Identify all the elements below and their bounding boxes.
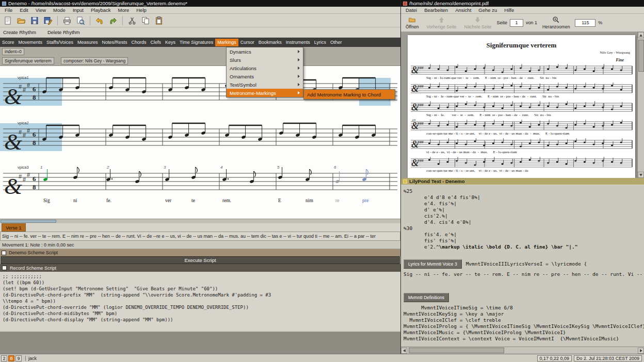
verse-lyrics-field[interactable]: Sig -- ni -- fe. ver -- te -- rem. E -- … [0, 232, 400, 241]
lyric-syllable: ni [73, 198, 77, 203]
denemo-titlebar[interactable]: Denemo - /home/nils/wacost-svn/denemo/20… [0, 0, 400, 7]
menubar-item[interactable]: More [115, 7, 133, 13]
measure-number: 2 [107, 165, 109, 170]
menubar-item[interactable]: File [1, 7, 16, 13]
record-checkbox[interactable] [2, 266, 7, 270]
scroll-up-button[interactable] [638, 32, 644, 38]
record-label: Record Scheme Script [10, 266, 56, 271]
menubar-item[interactable]: View [32, 7, 50, 13]
script-line: (d-DirectivePut-chord-override "MM" (log… [3, 304, 398, 310]
scheme-script-editor[interactable]: ;; ;;;;;;;;;;;(let ((bpm 60))(set! bpm (… [0, 272, 400, 332]
delete-rhythm-button[interactable]: Delete Rhythm [47, 29, 80, 35]
svg-text:#: # [23, 176, 26, 183]
indent-directive[interactable]: indent=0 [2, 48, 24, 55]
main-menu-item[interactable]: Chords [129, 39, 148, 46]
main-menu-item[interactable]: Keys [163, 39, 178, 46]
save-as-icon[interactable] [42, 15, 54, 26]
voice-label[interactable]: vpica1 [18, 75, 29, 80]
scrollbar-thumb[interactable] [638, 40, 644, 72]
menubar-item[interactable]: Mode [50, 7, 69, 13]
redo-icon[interactable] [107, 15, 119, 26]
score-title-tag[interactable]: Signiferumque verterem [2, 57, 54, 64]
pdf-vertical-scrollbar[interactable] [637, 32, 644, 178]
pdf-view[interactable]: Signiferumque verterem Nils Gey - Wargsa… [401, 32, 644, 178]
zoom-level-input[interactable]: 115 [575, 19, 595, 27]
voice-label[interactable]: vpica3 [18, 165, 29, 170]
main-menu-item[interactable]: Clefs [148, 39, 163, 46]
open-button[interactable]: Öffnen [403, 14, 421, 31]
main-menu-item[interactable]: Instruments [284, 39, 312, 46]
scroll-down-button[interactable] [638, 172, 644, 178]
markings-menu-item[interactable]: Ornaments [227, 72, 303, 80]
previous-page-button[interactable]: Vorherige Seite [424, 14, 459, 31]
main-menu-item[interactable]: Measures [75, 39, 100, 46]
main-menu-item[interactable]: Time Signatures [178, 39, 215, 46]
lilypond-text-view[interactable]: %25 e'4 d'8 e'4 fis'8%| e'4. fis'%| d' e… [401, 185, 644, 347]
main-menu-item[interactable]: Other [328, 39, 344, 46]
system-lyrics: con-se-qun-tur me - li - o - re-ant, vi … [410, 169, 633, 173]
menubar-item[interactable]: Help [133, 7, 150, 13]
lilypond-horizontal-scrollbar[interactable] [401, 347, 644, 354]
menubar-item[interactable]: Bearbeiten [421, 7, 452, 13]
lilypond-titlebar[interactable]: LilyPond Text - Denemo [401, 178, 644, 185]
denemo-window: Denemo - /home/nils/wacost-svn/denemo/20… [0, 0, 400, 354]
markings-menu-item[interactable]: Articulations [227, 64, 303, 72]
paste-icon[interactable] [153, 15, 165, 26]
zoom-in-button[interactable]: Heranzoomen [540, 14, 572, 31]
undo-icon[interactable] [93, 15, 106, 26]
menubar-item[interactable]: Ansicht [452, 7, 475, 13]
system-staff: &### [410, 138, 633, 150]
cut-icon[interactable] [126, 15, 138, 26]
composer-tag[interactable]: composer: Nils Gey - Wargsang [61, 57, 128, 64]
markings-menu-item[interactable]: Metronome-Markings [227, 89, 303, 97]
execute-script-button[interactable]: Execute Script [1, 256, 400, 264]
pdf-composer: Nils Gey - Wargsang [408, 51, 630, 55]
definitions-section-button[interactable]: MvmntI Definitions [404, 293, 449, 302]
scrollbar-thumb[interactable] [409, 348, 504, 353]
menubar-item[interactable]: Playback [87, 7, 115, 13]
markings-menu-item[interactable]: Dynamics [227, 47, 303, 56]
add-metronome-marking-item[interactable]: Add Metronome Marking to Chord [304, 90, 395, 99]
score-horizontal-scrollbar[interactable] [0, 219, 400, 223]
lyrics-section-button[interactable]: Lyrics for MvmntI Voice 3 [404, 259, 462, 269]
menubar-item[interactable]: Edit [16, 7, 31, 13]
print-preview-icon[interactable] [74, 15, 87, 26]
record-scheme-script-row[interactable]: Record Scheme Script [0, 264, 400, 272]
open-icon[interactable] [15, 15, 27, 26]
create-rhythm-button[interactable]: Create Rhythm [3, 29, 36, 35]
svg-text:8: 8 [33, 93, 36, 101]
main-menu-item[interactable]: Bookmarks [256, 39, 284, 46]
markings-menu-item[interactable]: Slurs [227, 56, 303, 64]
workspace-button[interactable]: 2 [1, 355, 7, 361]
menubar-item[interactable]: Datei [402, 7, 421, 13]
copy-icon[interactable] [139, 15, 152, 26]
new-score-icon[interactable] [2, 15, 14, 26]
verse-tab[interactable]: Verse 1 [2, 223, 26, 232]
scroll-left-button[interactable] [401, 348, 407, 354]
main-menu-item[interactable]: Lyrics [312, 39, 328, 46]
svg-text:#: # [27, 127, 30, 134]
workspace-button[interactable]: 8 [8, 355, 14, 361]
markings-menu-item[interactable]: Text/Symbol [227, 80, 303, 89]
scroll-right-button[interactable] [638, 348, 644, 354]
menubar-item[interactable]: Hilfe [501, 7, 518, 13]
measure-number: 4 [220, 165, 222, 170]
main-menu-item[interactable]: Movements [17, 39, 45, 46]
pdf-viewer-titlebar[interactable]: /home/nils/.denemo/denemoprint.pdf [401, 0, 644, 7]
menubar-item[interactable]: Input [69, 7, 87, 13]
main-menu-item[interactable]: Markings [215, 39, 238, 46]
page-number-input[interactable]: 1 [510, 19, 523, 27]
scheme-script-panel-header[interactable]: Denemo Scheme Script [0, 249, 400, 256]
workspace-button[interactable]: 9 [15, 355, 22, 361]
voice-label[interactable]: vpica2 [18, 121, 29, 125]
main-menu-item[interactable]: Score [0, 39, 17, 46]
menubar-item[interactable]: Gehe zu [475, 7, 501, 13]
panel-checkbox[interactable] [2, 251, 6, 255]
print-icon[interactable] [61, 15, 73, 26]
main-menu-item[interactable]: Notes/Rests [100, 39, 129, 46]
scrollbar-thumb[interactable] [1, 220, 56, 223]
main-menu-item[interactable]: Staffs/Voices [44, 39, 75, 46]
save-icon[interactable] [28, 15, 41, 26]
next-page-button[interactable]: Nächste Seite [462, 14, 494, 31]
main-menu-item[interactable]: Cursor [238, 39, 256, 46]
